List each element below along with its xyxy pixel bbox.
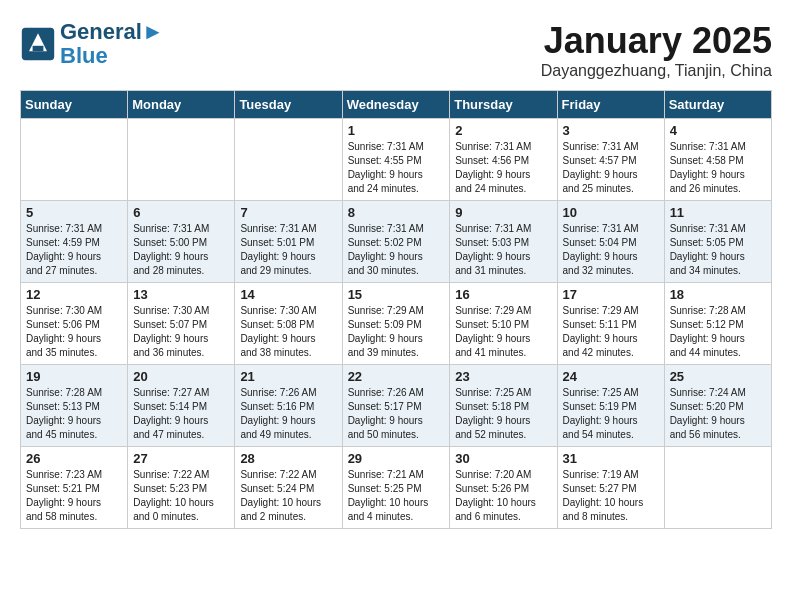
day-number: 1 [348, 123, 445, 138]
day-number: 25 [670, 369, 766, 384]
day-info: Sunrise: 7:26 AM Sunset: 5:17 PM Dayligh… [348, 386, 445, 442]
calendar-cell: 22Sunrise: 7:26 AM Sunset: 5:17 PM Dayli… [342, 365, 450, 447]
day-info: Sunrise: 7:27 AM Sunset: 5:14 PM Dayligh… [133, 386, 229, 442]
day-number: 29 [348, 451, 445, 466]
day-info: Sunrise: 7:28 AM Sunset: 5:13 PM Dayligh… [26, 386, 122, 442]
day-number: 7 [240, 205, 336, 220]
calendar-cell: 28Sunrise: 7:22 AM Sunset: 5:24 PM Dayli… [235, 447, 342, 529]
weekday-header-wednesday: Wednesday [342, 91, 450, 119]
day-number: 6 [133, 205, 229, 220]
calendar-cell: 14Sunrise: 7:30 AM Sunset: 5:08 PM Dayli… [235, 283, 342, 365]
day-info: Sunrise: 7:31 AM Sunset: 5:04 PM Dayligh… [563, 222, 659, 278]
calendar-week-1: 1Sunrise: 7:31 AM Sunset: 4:55 PM Daylig… [21, 119, 772, 201]
day-number: 18 [670, 287, 766, 302]
day-number: 2 [455, 123, 551, 138]
day-info: Sunrise: 7:31 AM Sunset: 5:00 PM Dayligh… [133, 222, 229, 278]
calendar-cell: 24Sunrise: 7:25 AM Sunset: 5:19 PM Dayli… [557, 365, 664, 447]
svg-rect-2 [33, 46, 44, 51]
weekday-header-monday: Monday [128, 91, 235, 119]
day-number: 12 [26, 287, 122, 302]
day-info: Sunrise: 7:31 AM Sunset: 5:01 PM Dayligh… [240, 222, 336, 278]
calendar-cell: 1Sunrise: 7:31 AM Sunset: 4:55 PM Daylig… [342, 119, 450, 201]
day-number: 14 [240, 287, 336, 302]
day-number: 4 [670, 123, 766, 138]
page-header: General► Blue January 2025 Dayanggezhuan… [20, 20, 772, 80]
weekday-header-sunday: Sunday [21, 91, 128, 119]
calendar-cell: 15Sunrise: 7:29 AM Sunset: 5:09 PM Dayli… [342, 283, 450, 365]
calendar-cell [235, 119, 342, 201]
day-number: 22 [348, 369, 445, 384]
month-title: January 2025 [541, 20, 772, 62]
day-info: Sunrise: 7:25 AM Sunset: 5:18 PM Dayligh… [455, 386, 551, 442]
day-info: Sunrise: 7:21 AM Sunset: 5:25 PM Dayligh… [348, 468, 445, 524]
day-number: 9 [455, 205, 551, 220]
calendar-cell: 18Sunrise: 7:28 AM Sunset: 5:12 PM Dayli… [664, 283, 771, 365]
day-number: 24 [563, 369, 659, 384]
calendar-cell: 31Sunrise: 7:19 AM Sunset: 5:27 PM Dayli… [557, 447, 664, 529]
calendar-cell: 12Sunrise: 7:30 AM Sunset: 5:06 PM Dayli… [21, 283, 128, 365]
day-number: 17 [563, 287, 659, 302]
logo-icon [20, 26, 56, 62]
calendar-cell: 5Sunrise: 7:31 AM Sunset: 4:59 PM Daylig… [21, 201, 128, 283]
day-number: 26 [26, 451, 122, 466]
calendar-cell: 13Sunrise: 7:30 AM Sunset: 5:07 PM Dayli… [128, 283, 235, 365]
calendar-table: SundayMondayTuesdayWednesdayThursdayFrid… [20, 90, 772, 529]
day-info: Sunrise: 7:31 AM Sunset: 5:03 PM Dayligh… [455, 222, 551, 278]
day-number: 21 [240, 369, 336, 384]
calendar-cell: 27Sunrise: 7:22 AM Sunset: 5:23 PM Dayli… [128, 447, 235, 529]
calendar-cell: 6Sunrise: 7:31 AM Sunset: 5:00 PM Daylig… [128, 201, 235, 283]
calendar-cell: 26Sunrise: 7:23 AM Sunset: 5:21 PM Dayli… [21, 447, 128, 529]
calendar-cell: 30Sunrise: 7:20 AM Sunset: 5:26 PM Dayli… [450, 447, 557, 529]
day-number: 15 [348, 287, 445, 302]
day-info: Sunrise: 7:30 AM Sunset: 5:06 PM Dayligh… [26, 304, 122, 360]
title-block: January 2025 Dayanggezhuang, Tianjin, Ch… [541, 20, 772, 80]
calendar-cell: 19Sunrise: 7:28 AM Sunset: 5:13 PM Dayli… [21, 365, 128, 447]
calendar-cell: 17Sunrise: 7:29 AM Sunset: 5:11 PM Dayli… [557, 283, 664, 365]
calendar-cell [21, 119, 128, 201]
day-info: Sunrise: 7:31 AM Sunset: 5:05 PM Dayligh… [670, 222, 766, 278]
calendar-cell: 20Sunrise: 7:27 AM Sunset: 5:14 PM Dayli… [128, 365, 235, 447]
day-number: 23 [455, 369, 551, 384]
day-number: 27 [133, 451, 229, 466]
day-number: 20 [133, 369, 229, 384]
day-info: Sunrise: 7:24 AM Sunset: 5:20 PM Dayligh… [670, 386, 766, 442]
day-info: Sunrise: 7:22 AM Sunset: 5:23 PM Dayligh… [133, 468, 229, 524]
day-info: Sunrise: 7:30 AM Sunset: 5:08 PM Dayligh… [240, 304, 336, 360]
calendar-cell: 2Sunrise: 7:31 AM Sunset: 4:56 PM Daylig… [450, 119, 557, 201]
day-info: Sunrise: 7:28 AM Sunset: 5:12 PM Dayligh… [670, 304, 766, 360]
day-info: Sunrise: 7:29 AM Sunset: 5:10 PM Dayligh… [455, 304, 551, 360]
day-number: 30 [455, 451, 551, 466]
day-number: 3 [563, 123, 659, 138]
calendar-cell: 23Sunrise: 7:25 AM Sunset: 5:18 PM Dayli… [450, 365, 557, 447]
day-info: Sunrise: 7:30 AM Sunset: 5:07 PM Dayligh… [133, 304, 229, 360]
weekday-header-saturday: Saturday [664, 91, 771, 119]
day-number: 11 [670, 205, 766, 220]
calendar-week-5: 26Sunrise: 7:23 AM Sunset: 5:21 PM Dayli… [21, 447, 772, 529]
day-info: Sunrise: 7:31 AM Sunset: 4:58 PM Dayligh… [670, 140, 766, 196]
weekday-header-tuesday: Tuesday [235, 91, 342, 119]
calendar-cell: 29Sunrise: 7:21 AM Sunset: 5:25 PM Dayli… [342, 447, 450, 529]
calendar-cell: 11Sunrise: 7:31 AM Sunset: 5:05 PM Dayli… [664, 201, 771, 283]
calendar-cell: 7Sunrise: 7:31 AM Sunset: 5:01 PM Daylig… [235, 201, 342, 283]
calendar-cell: 9Sunrise: 7:31 AM Sunset: 5:03 PM Daylig… [450, 201, 557, 283]
day-info: Sunrise: 7:19 AM Sunset: 5:27 PM Dayligh… [563, 468, 659, 524]
day-number: 8 [348, 205, 445, 220]
day-number: 19 [26, 369, 122, 384]
calendar-cell [664, 447, 771, 529]
weekday-header-friday: Friday [557, 91, 664, 119]
calendar-cell: 3Sunrise: 7:31 AM Sunset: 4:57 PM Daylig… [557, 119, 664, 201]
day-info: Sunrise: 7:29 AM Sunset: 5:09 PM Dayligh… [348, 304, 445, 360]
day-info: Sunrise: 7:22 AM Sunset: 5:24 PM Dayligh… [240, 468, 336, 524]
calendar-cell: 16Sunrise: 7:29 AM Sunset: 5:10 PM Dayli… [450, 283, 557, 365]
day-info: Sunrise: 7:31 AM Sunset: 4:56 PM Dayligh… [455, 140, 551, 196]
logo: General► Blue [20, 20, 164, 68]
calendar-week-3: 12Sunrise: 7:30 AM Sunset: 5:06 PM Dayli… [21, 283, 772, 365]
calendar-cell: 10Sunrise: 7:31 AM Sunset: 5:04 PM Dayli… [557, 201, 664, 283]
day-number: 16 [455, 287, 551, 302]
calendar-cell: 4Sunrise: 7:31 AM Sunset: 4:58 PM Daylig… [664, 119, 771, 201]
day-info: Sunrise: 7:25 AM Sunset: 5:19 PM Dayligh… [563, 386, 659, 442]
day-number: 28 [240, 451, 336, 466]
day-info: Sunrise: 7:31 AM Sunset: 5:02 PM Dayligh… [348, 222, 445, 278]
weekday-header-row: SundayMondayTuesdayWednesdayThursdayFrid… [21, 91, 772, 119]
weekday-header-thursday: Thursday [450, 91, 557, 119]
